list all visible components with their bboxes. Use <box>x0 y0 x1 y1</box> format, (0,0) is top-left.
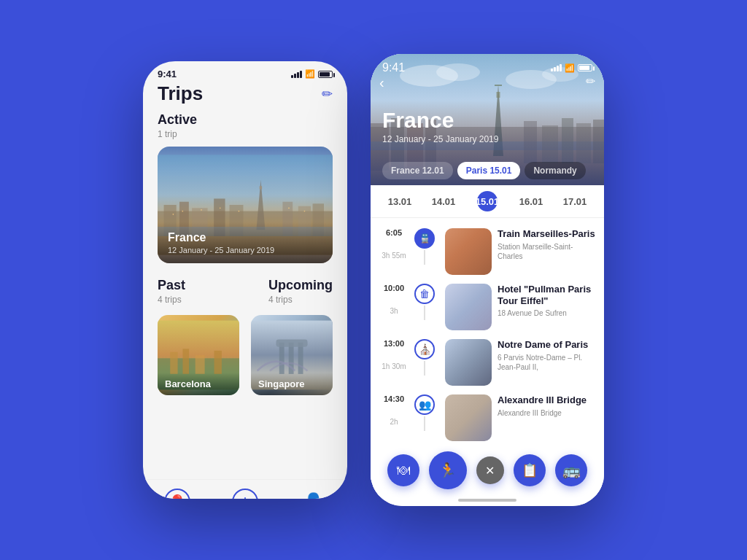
active-section-label: Active <box>158 112 333 128</box>
left-status-bar: 9:41 📶 <box>143 61 347 82</box>
right-status-icons: 📶 <box>551 63 592 73</box>
connector-4 <box>424 416 425 431</box>
barcelona-card-overlay: Barcelona <box>158 373 239 395</box>
france-card-title: France <box>168 231 322 244</box>
event-train[interactable]: 6:05 3h 55m 🚆 Train Marseilles-Paris Sta… <box>371 224 604 279</box>
right-home-indicator <box>458 499 516 502</box>
tab-normandy[interactable]: Normandy <box>525 162 585 179</box>
add-icon[interactable]: + <box>232 489 258 499</box>
small-cards-row: Barcelona <box>158 315 333 395</box>
date-1301[interactable]: 13.01 <box>387 196 413 207</box>
trip-tabs: France 12.01 Paris 15.01 Normandy <box>371 162 604 179</box>
signal-icon <box>291 71 302 78</box>
fab-transport[interactable]: 🚌 <box>555 454 587 486</box>
notre-dame-image <box>445 339 492 386</box>
train-time-col: 6:05 3h 55m <box>379 228 409 260</box>
fab-area: 🍽 🏃 ✕ 📋 🚌 <box>371 445 604 496</box>
svg-point-15 <box>201 209 202 211</box>
right-wifi-icon: 📶 <box>565 63 575 73</box>
event-hotel[interactable]: 10:00 3h 🗑 Hotel "Pullman Paris Tour Eif… <box>371 279 604 335</box>
barcelona-card[interactable]: Barcelona <box>158 315 239 395</box>
bridge-image <box>445 394 492 441</box>
nav-profile[interactable]: 👤 <box>300 489 326 499</box>
svg-rect-29 <box>298 343 303 374</box>
bridge-info: Alexandre III Bridge Alexandre III Bridg… <box>498 394 595 418</box>
bridge-time-col: 14:30 2h <box>379 394 409 426</box>
connector-2 <box>424 306 425 320</box>
hero-date: 12 January - 25 January 2019 <box>382 134 592 144</box>
right-battery-icon <box>578 64 592 71</box>
notre-dame-info: Notre Dame of Paris 6 Parvis Notre-Dame … <box>498 339 595 372</box>
right-status-bar: 9:41 📶 <box>371 54 604 77</box>
barcelona-card-title: Barcelona <box>165 378 232 389</box>
fab-food[interactable]: 🍽 <box>387 454 419 486</box>
train-icon: 🚆 <box>414 228 435 249</box>
fab-activity[interactable]: 🏃 <box>429 451 467 489</box>
tab-france[interactable]: France 12.01 <box>382 162 453 179</box>
train-info: Train Marseilles-Paris Station Marseille… <box>498 228 595 261</box>
right-signal-icon <box>551 64 562 71</box>
notre-dame-time-col: 13:00 1h 30m <box>379 339 409 370</box>
date-1401[interactable]: 14.01 <box>430 196 457 207</box>
profile-icon[interactable]: 👤 <box>300 489 326 499</box>
hotel-icon: 🗑 <box>414 284 435 304</box>
bottom-nav: 🎈 + 👤 <box>143 479 347 499</box>
svg-rect-30 <box>276 339 307 346</box>
svg-point-14 <box>182 211 183 212</box>
fab-document[interactable]: 📋 <box>514 454 546 486</box>
hero-section: 9:41 📶 ‹ ✏ France <box>371 54 604 185</box>
singapore-card-overlay: Singapore <box>251 373 333 395</box>
battery-icon <box>318 71 333 78</box>
past-section-count: 4 trips <box>158 295 185 305</box>
timeline: 6:05 3h 55m 🚆 Train Marseilles-Paris Sta… <box>371 218 604 445</box>
hotel-time-col: 10:00 3h <box>379 284 409 315</box>
active-section-count: 1 trip <box>158 129 333 139</box>
trips-header: Trips ✏ <box>158 82 333 105</box>
svg-rect-25 <box>214 351 222 374</box>
train-image <box>445 228 492 275</box>
svg-point-18 <box>288 207 290 209</box>
svg-rect-27 <box>279 343 285 374</box>
page-title: Trips <box>158 82 203 105</box>
past-section-label: Past <box>158 278 185 293</box>
edit-button[interactable]: ✏ <box>322 86 333 102</box>
event-bridge[interactable]: 14:30 2h 👥 Alexandre III Bridge Alexandr… <box>371 390 604 445</box>
svg-point-13 <box>173 214 174 215</box>
right-time: 9:41 <box>382 61 405 74</box>
svg-point-16 <box>220 207 221 209</box>
france-trip-card[interactable]: France 12 January - 25 January 2019 <box>158 147 333 263</box>
bridge-icon: 👥 <box>414 394 435 415</box>
left-phone: 9:41 📶 Trips ✏ Active 1 trip <box>143 61 347 499</box>
left-time: 9:41 <box>158 69 177 79</box>
svg-rect-43 <box>495 85 502 86</box>
right-phone-inner: 9:41 📶 ‹ ✏ France <box>371 54 604 506</box>
upcoming-section-count: 4 trips <box>268 295 333 305</box>
france-card-overlay: France 12 January - 25 January 2019 <box>158 222 333 263</box>
france-card-date: 12 January - 25 January 2019 <box>168 246 322 254</box>
left-status-icons: 📶 <box>291 69 333 79</box>
date-1701[interactable]: 17.01 <box>562 196 588 207</box>
event-notre-dame[interactable]: 13:00 1h 30m ⛪ Notre Dame of Paris 6 Par… <box>371 335 604 390</box>
hotel-info: Hotel "Pullman Paris Tour Eiffel" 18 Ave… <box>498 284 595 318</box>
svg-rect-24 <box>196 355 205 374</box>
singapore-card[interactable]: Singapore <box>251 315 333 395</box>
wifi-icon: 📶 <box>305 69 315 79</box>
connector-3 <box>424 361 425 376</box>
left-content: Trips ✏ Active 1 trip <box>143 82 347 476</box>
svg-rect-23 <box>182 349 189 373</box>
tab-paris[interactable]: Paris 15.01 <box>457 162 521 179</box>
nav-add[interactable]: + <box>232 489 258 499</box>
date-strip: 13.01 14.01 15.01 16.01 17.01 <box>371 185 604 218</box>
date-1501[interactable]: 15.01 <box>474 191 500 211</box>
connector-1 <box>424 250 425 265</box>
svg-rect-22 <box>170 352 177 374</box>
svg-point-17 <box>239 211 240 212</box>
nav-discover[interactable]: 🎈 <box>164 489 190 499</box>
upcoming-section-label: Upcoming <box>268 278 333 293</box>
svg-point-19 <box>304 211 306 212</box>
notre-dame-icon: ⛪ <box>414 339 435 359</box>
fab-close[interactable]: ✕ <box>476 456 504 484</box>
hotel-image <box>445 284 492 330</box>
discover-icon[interactable]: 🎈 <box>164 489 190 499</box>
date-1601[interactable]: 16.01 <box>518 196 544 207</box>
